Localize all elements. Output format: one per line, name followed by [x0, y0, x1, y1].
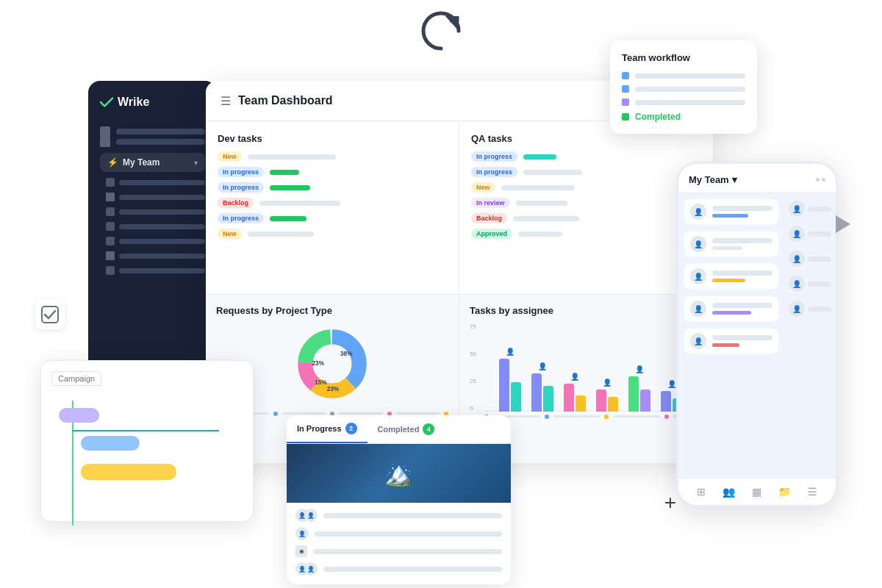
- nav-menu-icon[interactable]: ☰: [808, 486, 817, 498]
- nav-kanban-icon[interactable]: ▦: [752, 486, 761, 498]
- mobile-task-row: 👤: [684, 264, 778, 289]
- y-label: 50: [470, 351, 476, 357]
- my-team-badge[interactable]: ⚡ My Team ▾: [100, 153, 205, 172]
- sidebar-sub-item[interactable]: [106, 237, 205, 245]
- sidebar-sub-item[interactable]: [106, 193, 205, 201]
- tab-inprogress[interactable]: In Progress 2: [287, 415, 368, 443]
- logo-text: Wrike: [118, 96, 149, 109]
- nav-grid-icon[interactable]: ⊞: [697, 486, 706, 498]
- avatar: 👤: [690, 301, 706, 317]
- y-label: 75: [470, 323, 476, 330]
- inprogress-badge: 2: [345, 423, 357, 434]
- task-line: [313, 549, 502, 554]
- mobile-title-text: My Team: [689, 174, 729, 185]
- task-row: In progress: [218, 213, 447, 223]
- bar: [543, 386, 553, 412]
- chevron-down-icon: ▾: [194, 159, 198, 167]
- bar: [608, 397, 618, 412]
- status-badge: Backlog: [471, 213, 507, 223]
- mobile-dots: [816, 178, 825, 182]
- task-line: [323, 513, 502, 518]
- task-row: In progress: [471, 151, 701, 162]
- task-row: Approved: [471, 229, 701, 239]
- dev-tasks-title: Dev tasks: [218, 133, 447, 144]
- workflow-item: [622, 85, 745, 93]
- status-badge-new: New: [218, 229, 242, 239]
- requests-title: Requests by Project Type: [216, 305, 448, 316]
- status-badge: New: [471, 182, 495, 193]
- sidebar-sub-items: [100, 178, 205, 275]
- nav-people-icon[interactable]: 👥: [723, 486, 735, 498]
- sidebar-sub-item[interactable]: [106, 251, 205, 260]
- svg-text:38%: 38%: [340, 351, 353, 357]
- mobile-title: My Team ▾: [689, 174, 737, 185]
- sub-icon: [106, 178, 115, 187]
- mobile-task-row: 👤: [684, 199, 778, 224]
- completed-dot: [622, 113, 629, 121]
- checkbox-icon: [35, 300, 65, 329]
- task-list: 👤 👤 👤 ⊕ 👤 👤: [287, 503, 511, 584]
- task-row: In progress: [218, 167, 447, 177]
- title-area: ☰ Team Dashboard: [220, 94, 333, 108]
- task-image: 🏔️: [287, 444, 511, 503]
- sidebar-sub-item[interactable]: [106, 207, 205, 216]
- workflow-dot: [622, 98, 629, 106]
- nav-folder-icon[interactable]: 📁: [778, 486, 791, 498]
- sidebar-sub-item[interactable]: [106, 266, 205, 275]
- mobile-lines: [712, 335, 772, 347]
- mobile-lines: [712, 303, 772, 315]
- task-item: 👤 👤: [295, 562, 502, 576]
- mobile-task-row: 👤: [684, 329, 778, 354]
- task-item: ⊕: [295, 545, 502, 557]
- bar: [499, 359, 509, 412]
- avatar: 👤: [304, 562, 318, 576]
- play-button[interactable]: [832, 213, 854, 235]
- sub-icon: [106, 237, 115, 245]
- qa-tasks-section: QA tasks In progress In progress New In …: [459, 121, 713, 295]
- mobile-lines: [712, 238, 772, 250]
- mobile-content-wrapper: 👤 👤 👤 👤: [678, 193, 836, 465]
- bar: [531, 373, 542, 412]
- bolt-icon: ⚡: [107, 157, 118, 168]
- avatar: 👤: [789, 251, 805, 267]
- mobile-chevron: ▾: [732, 174, 737, 185]
- tab-completed-label: Completed: [378, 425, 420, 434]
- mobile-lines: [712, 270, 772, 282]
- sidebar-sub-item[interactable]: [106, 222, 205, 231]
- task-line: [323, 567, 502, 572]
- bar-chart: 75 50 25 0 👤: [470, 323, 703, 412]
- y-label: 25: [470, 378, 476, 384]
- sub-icon: [106, 193, 115, 201]
- status-badge: In review: [471, 198, 510, 208]
- avatar: 👤: [690, 204, 706, 220]
- task-item: 👤: [295, 527, 502, 540]
- status-badge: In progress: [471, 167, 517, 177]
- task-row: In progress: [471, 167, 701, 177]
- grid-icon: [100, 137, 110, 147]
- sidebar-grid[interactable]: [100, 137, 205, 147]
- avatar: 👤: [304, 509, 318, 522]
- tab-completed[interactable]: Completed 4: [368, 415, 445, 443]
- avatar: 👤: [690, 268, 706, 284]
- svg-text:15%: 15%: [315, 379, 327, 385]
- avatar: 👤: [789, 276, 805, 292]
- bar: [628, 376, 639, 412]
- completed-badge: 4: [423, 423, 434, 435]
- sidebar-home[interactable]: [100, 126, 205, 137]
- task-row: In review: [471, 198, 701, 208]
- mountain-icon: 🏔️: [384, 459, 414, 487]
- status-badge: Approved: [471, 229, 512, 239]
- status-badge: In progress: [471, 151, 517, 162]
- sidebar-sub-item[interactable]: [106, 178, 205, 187]
- workflow-item: [622, 72, 745, 79]
- bar: [661, 391, 671, 412]
- task-row: Backlog: [218, 198, 447, 208]
- status-badge-inprogress: In progress: [218, 167, 264, 177]
- home-icon: [100, 126, 110, 137]
- hamburger-icon[interactable]: ☰: [220, 94, 231, 108]
- workflow-card: Team workflow Completed: [610, 40, 757, 134]
- avatar: 👤: [295, 527, 309, 540]
- mobile-task-row: 👤: [684, 232, 778, 257]
- campaign-flow: [51, 401, 243, 487]
- mobile-task-row: 👤: [684, 296, 778, 321]
